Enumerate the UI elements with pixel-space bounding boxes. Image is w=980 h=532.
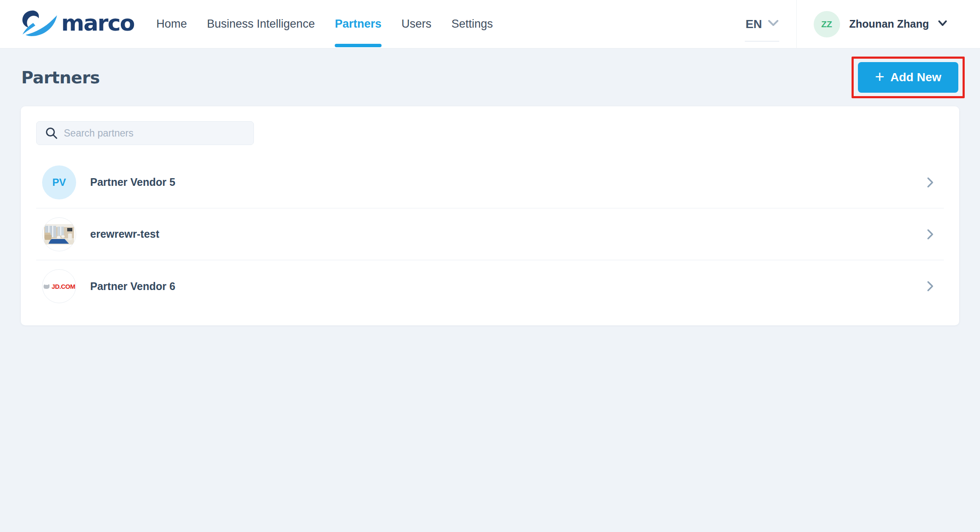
chevron-down-icon xyxy=(938,20,947,28)
chevron-right-icon xyxy=(927,229,934,240)
active-tab-underline xyxy=(335,44,382,47)
app-root: marco Home Business Intelligence Partner… xyxy=(0,0,980,532)
user-name: Zhounan Zhang xyxy=(849,18,929,30)
partners-list: PV Partner Vendor 5 xyxy=(36,156,944,312)
search-input[interactable] xyxy=(64,128,248,139)
header-divider xyxy=(796,0,797,48)
main-nav: Home Business Intelligence Partners User… xyxy=(156,0,493,48)
brand-name: marco xyxy=(61,12,134,37)
nav-item-settings[interactable]: Settings xyxy=(451,0,493,48)
partner-name: Partner Vendor 5 xyxy=(90,176,175,188)
nav-item-business-intelligence[interactable]: Business Intelligence xyxy=(207,0,315,48)
page-title: Partners xyxy=(21,68,100,87)
partner-row[interactable]: JD.COM Partner Vendor 6 xyxy=(36,260,944,312)
language-code: EN xyxy=(746,17,762,31)
top-nav-bar: marco Home Business Intelligence Partner… xyxy=(0,0,980,48)
partner-row[interactable]: PV Partner Vendor 5 xyxy=(36,156,944,208)
partner-row[interactable]: erewrewr-test xyxy=(36,208,944,260)
partner-avatar-photo xyxy=(42,217,76,251)
nav-item-users[interactable]: Users xyxy=(402,0,432,48)
partner-avatar-initials: PV xyxy=(42,165,76,199)
plus-icon: + xyxy=(875,68,884,85)
partners-card: PV Partner Vendor 5 xyxy=(21,106,959,325)
jd-dog-mascot-icon xyxy=(43,283,50,290)
header-right: EN ZZ Zhounan Zhang xyxy=(746,0,947,48)
nav-item-partners[interactable]: Partners xyxy=(335,0,382,48)
brand-logo[interactable]: marco xyxy=(21,9,134,39)
partner-name: Partner Vendor 6 xyxy=(90,280,175,293)
brand-wave-icon xyxy=(21,9,58,39)
jd-logo-text: JD.COM xyxy=(51,283,75,290)
user-avatar: ZZ xyxy=(814,11,840,37)
partner-avatar-logo: JD.COM xyxy=(42,269,76,303)
nav-item-home[interactable]: Home xyxy=(156,0,187,48)
search-box xyxy=(36,121,254,145)
chevron-down-icon xyxy=(768,20,778,28)
partner-name: erewrewr-test xyxy=(90,228,160,240)
user-menu[interactable]: ZZ Zhounan Zhang xyxy=(814,11,947,37)
chevron-right-icon xyxy=(927,177,934,188)
add-new-button[interactable]: + Add New xyxy=(858,62,958,93)
chevron-right-icon xyxy=(927,281,934,292)
search-icon xyxy=(45,127,58,139)
annotation-highlight: + Add New xyxy=(852,57,965,98)
page-head: Partners + Add New xyxy=(0,48,980,106)
language-selector[interactable]: EN xyxy=(746,17,778,31)
living-room-photo xyxy=(44,224,74,245)
